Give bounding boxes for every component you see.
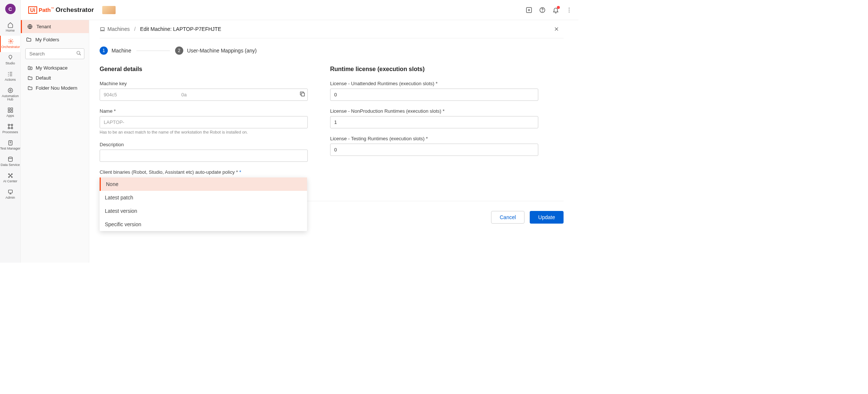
help-icon[interactable] bbox=[539, 7, 546, 13]
svg-point-13 bbox=[8, 174, 9, 175]
folder-nou-modern[interactable]: Folder Nou Modern bbox=[21, 83, 89, 93]
workspace-icon bbox=[28, 65, 33, 71]
svg-rect-6 bbox=[11, 111, 13, 113]
content: Machines / Edit Machine: LAPTOP-P7EFHJTE… bbox=[89, 20, 578, 263]
description-label: Description bbox=[100, 142, 308, 147]
folder-icon bbox=[28, 76, 33, 81]
nonprod-label: License - NonProduction Runtimes (execut… bbox=[330, 108, 538, 114]
apps-icon bbox=[7, 107, 14, 113]
rail-test-manager[interactable]: Test Manager bbox=[0, 137, 20, 154]
add-icon[interactable] bbox=[526, 7, 532, 13]
step-user-machine-mappings[interactable]: 2 User-Machine Mappings (any) bbox=[175, 47, 257, 55]
rail-actions[interactable]: Actions bbox=[0, 68, 20, 85]
folder-icon bbox=[26, 37, 32, 42]
policy-dropdown-menu: None Latest patch Latest version Specifi… bbox=[100, 177, 307, 231]
svg-point-2 bbox=[10, 90, 11, 91]
rail-studio[interactable]: Studio bbox=[0, 52, 20, 68]
crumb-machines[interactable]: Machines bbox=[100, 26, 130, 32]
name-field[interactable] bbox=[100, 116, 308, 128]
rail-automation-hub[interactable]: Automation Hub bbox=[0, 85, 20, 105]
side-panel: Tenant My Folders My Workspace Default bbox=[21, 20, 89, 263]
dropdown-option-latest-patch[interactable]: Latest patch bbox=[100, 191, 307, 204]
rail-ai-center[interactable]: AI Center bbox=[0, 170, 20, 186]
folder-my-workspace[interactable]: My Workspace bbox=[21, 63, 89, 73]
machine-key-label: Machine key bbox=[100, 81, 308, 86]
rail-admin[interactable]: Admin bbox=[0, 186, 20, 203]
notification-dot-icon bbox=[557, 6, 560, 9]
dropdown-option-latest-version[interactable]: Latest version bbox=[100, 204, 307, 218]
processes-icon bbox=[7, 123, 14, 130]
folder-icon bbox=[28, 86, 33, 91]
breadcrumb-separator: / bbox=[134, 26, 136, 32]
notifications-icon[interactable] bbox=[552, 7, 559, 13]
actions-icon bbox=[7, 71, 14, 77]
sidebar-tenant[interactable]: Tenant bbox=[21, 20, 89, 33]
svg-rect-28 bbox=[101, 28, 104, 30]
svg-point-14 bbox=[11, 174, 12, 175]
left-rail: C Home Orchestrator Studio Actions Autom… bbox=[0, 0, 21, 263]
folder-default[interactable]: Default bbox=[21, 73, 89, 83]
svg-rect-29 bbox=[301, 93, 305, 96]
svg-point-15 bbox=[8, 177, 9, 178]
search-input[interactable] bbox=[25, 48, 84, 59]
rail-orchestrator[interactable]: Orchestrator bbox=[0, 36, 20, 52]
step-2-number: 2 bbox=[175, 47, 183, 55]
avatar[interactable]: C bbox=[5, 4, 16, 14]
breadcrumb: Machines / Edit Machine: LAPTOP-P7EFHJTE bbox=[100, 20, 564, 38]
more-icon[interactable] bbox=[566, 7, 572, 13]
runtime-license-section: Runtime license (execution slots) Licens… bbox=[330, 66, 538, 182]
svg-rect-7 bbox=[8, 124, 9, 125]
description-field[interactable] bbox=[100, 150, 308, 162]
svg-rect-8 bbox=[11, 124, 12, 125]
logo[interactable]: Ui Path™ Orchestrator bbox=[28, 6, 116, 14]
svg-point-24 bbox=[569, 12, 569, 12]
rail-processes[interactable]: Processes bbox=[0, 121, 20, 137]
testing-field[interactable] bbox=[330, 144, 538, 156]
copy-icon[interactable] bbox=[299, 91, 306, 97]
rail-apps[interactable]: Apps bbox=[0, 105, 20, 121]
testing-label: License - Testing Runtimes (execution sl… bbox=[330, 136, 538, 141]
step-1-number: 1 bbox=[100, 47, 108, 55]
rail-home[interactable]: Home bbox=[0, 19, 20, 36]
general-details-section: General details Machine key Name * Has bbox=[100, 66, 308, 182]
stepper: 1 Machine 2 User-Machine Mappings (any) bbox=[100, 38, 564, 66]
svg-point-16 bbox=[11, 177, 12, 178]
test-manager-icon bbox=[7, 140, 14, 146]
update-button[interactable]: Update bbox=[530, 211, 564, 224]
dropdown-option-none[interactable]: None bbox=[100, 177, 307, 191]
crumb-edit-machine: Edit Machine: LAPTOP-P7EFHJTE bbox=[140, 26, 221, 32]
nonprod-field[interactable] bbox=[330, 116, 538, 128]
section-runtime-heading: Runtime license (execution slots) bbox=[330, 66, 538, 73]
svg-point-0 bbox=[10, 41, 12, 42]
admin-icon bbox=[7, 189, 14, 195]
laptop-icon bbox=[100, 26, 105, 32]
logo-ui-icon: Ui bbox=[28, 6, 37, 14]
name-hint: Has to be an exact match to the name of … bbox=[100, 130, 308, 134]
step-machine[interactable]: 1 Machine bbox=[100, 47, 131, 55]
svg-rect-5 bbox=[8, 111, 10, 113]
section-general-heading: General details bbox=[100, 66, 308, 73]
machine-key-field[interactable] bbox=[100, 89, 308, 101]
close-icon[interactable] bbox=[554, 26, 564, 32]
policy-label: Client binaries (Robot, Studio, Assistan… bbox=[100, 169, 308, 175]
rail-data-service[interactable]: Data Service bbox=[0, 154, 20, 170]
folder-search bbox=[25, 48, 84, 59]
svg-point-17 bbox=[10, 175, 11, 176]
dropdown-option-specific-version[interactable]: Specific version bbox=[100, 218, 307, 231]
sidebar-my-folders[interactable]: My Folders bbox=[21, 33, 89, 46]
step-connector bbox=[136, 51, 170, 51]
automation-hub-icon bbox=[7, 87, 14, 94]
cancel-button[interactable]: Cancel bbox=[491, 211, 525, 224]
ai-center-icon bbox=[7, 172, 14, 179]
svg-point-12 bbox=[8, 157, 12, 158]
logo-product: Orchestrator bbox=[56, 6, 94, 14]
data-service-icon bbox=[7, 156, 14, 163]
svg-point-1 bbox=[8, 88, 13, 93]
svg-rect-9 bbox=[8, 128, 9, 129]
unattended-field[interactable] bbox=[330, 89, 538, 101]
studio-icon bbox=[7, 54, 14, 61]
globe-icon bbox=[27, 24, 33, 29]
svg-rect-3 bbox=[8, 108, 10, 110]
search-icon bbox=[76, 51, 81, 56]
svg-rect-4 bbox=[11, 108, 13, 110]
